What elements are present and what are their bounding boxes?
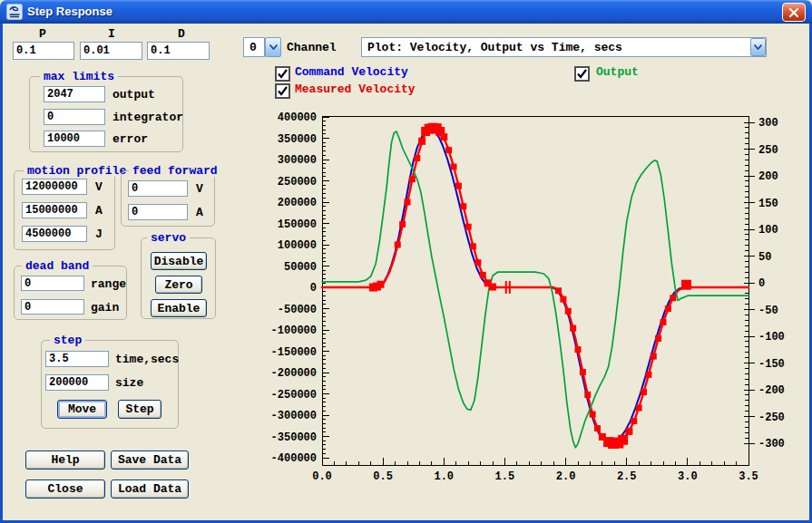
channel-select[interactable]: 0 (243, 37, 265, 57)
axis-tick-label: 200000 (278, 197, 317, 209)
check-icon (277, 68, 289, 80)
output-checkbox[interactable] (574, 66, 590, 82)
output-label: Output (596, 66, 639, 79)
command-velocity-checkbox[interactable] (275, 66, 290, 82)
axis-tick-label: 50000 (284, 261, 317, 274)
axis-tick-label: -150 (758, 358, 785, 371)
measured-marker (590, 412, 596, 418)
measured-marker (660, 319, 667, 325)
max-output-label: output (113, 89, 155, 101)
max-output-input[interactable] (44, 86, 105, 102)
dead-band-range-label: range (91, 278, 126, 290)
axis-tick-label: 400000 (278, 111, 317, 124)
axis-tick-label: 2.5 (617, 470, 637, 483)
measured-marker (460, 203, 466, 209)
ff-accel-label: A (196, 207, 203, 218)
axis-tick-label: -250 (758, 412, 785, 424)
servo-disable-button[interactable]: Disable (151, 252, 207, 270)
channel-label: Channel (287, 42, 337, 53)
max-integrator-label: integrator (113, 111, 183, 123)
axis-tick-label: -50000 (278, 304, 317, 316)
measured-marker (451, 163, 457, 169)
check-icon (277, 85, 289, 97)
p-input[interactable] (13, 42, 74, 60)
axis-tick-label: 2.0 (556, 470, 576, 483)
i-label: I (108, 28, 115, 40)
step-button[interactable]: Step (118, 400, 161, 419)
load-data-button[interactable]: Load Data (111, 479, 189, 499)
chart-plot: -400000-350000-300000-250000-200000-1500… (263, 102, 812, 518)
measured-marker (645, 372, 651, 378)
measured-marker (555, 287, 562, 294)
measured-marker (580, 369, 586, 375)
servo-zero-button[interactable]: Zero (155, 276, 202, 294)
axis-tick-label: 150 (758, 198, 778, 210)
plot-dropdown-arrow-icon[interactable] (750, 38, 766, 56)
measured-marker (409, 176, 416, 182)
axis-tick-label: 0.0 (312, 470, 332, 483)
p-label: P (39, 28, 46, 40)
measured-marker (636, 405, 642, 412)
measured-marker (681, 280, 691, 290)
servo-enable-button[interactable]: Enable (151, 299, 207, 317)
measured-marker (651, 354, 657, 360)
axis-tick-label: 1.0 (434, 470, 454, 483)
profile-velocity-input[interactable] (22, 179, 87, 195)
axis-tick-label: 1.5 (495, 470, 515, 483)
measured-marker (470, 243, 476, 249)
profile-accel-input[interactable] (22, 202, 87, 218)
measured-marker (560, 296, 566, 303)
measured-marker (489, 284, 496, 291)
measured-velocity-checkbox[interactable] (275, 83, 290, 99)
step-time-label: time,secs (115, 354, 179, 365)
measured-marker (440, 133, 447, 140)
axis-tick-label: 100000 (278, 239, 317, 252)
axis-tick-label: 0 (758, 277, 765, 290)
max-integrator-input[interactable] (44, 109, 105, 125)
close-icon[interactable] (782, 3, 806, 22)
step-response-window: Step Response P I D 0 Channel Plot: Velo… (0, 0, 812, 523)
plot-select[interactable]: Plot: Velocity, Output vs Time, secs (361, 37, 767, 57)
axis-tick-label: -100000 (271, 324, 317, 337)
ff-accel-input[interactable] (128, 204, 188, 220)
axis-tick-label: 3.0 (678, 470, 698, 483)
window-title: Step Response (27, 5, 113, 18)
move-button[interactable]: Move (57, 400, 107, 419)
step-size-input[interactable] (45, 374, 109, 391)
axis-tick-label: -50 (758, 305, 778, 317)
dead-band-range-input[interactable] (21, 276, 84, 291)
measured-marker (455, 183, 462, 189)
ff-velocity-input[interactable] (128, 180, 188, 197)
max-error-input[interactable] (44, 131, 105, 147)
axis-tick-label: 300 (758, 117, 778, 130)
dead-band-gain-input[interactable] (21, 299, 84, 315)
measured-marker (584, 392, 591, 398)
measured-marker (655, 335, 661, 342)
step-size-label: size (115, 377, 143, 389)
axis-tick-label: -150000 (271, 346, 317, 359)
measured-marker (377, 281, 384, 288)
measured-tick-marker (505, 281, 507, 294)
step-time-input[interactable] (45, 351, 109, 367)
max-limits-title: max limits (40, 71, 118, 82)
motion-profile-title: motion profile (24, 165, 130, 177)
i-input[interactable] (80, 42, 142, 60)
save-data-button[interactable]: Save Data (111, 450, 189, 470)
ff-velocity-label: V (196, 183, 203, 195)
help-button[interactable]: Help (25, 450, 105, 470)
measured-marker (570, 325, 576, 332)
channel-dropdown-arrow-icon[interactable] (265, 37, 281, 57)
profile-jerk-input[interactable] (22, 226, 87, 242)
measured-marker (565, 308, 572, 315)
measured-marker (418, 138, 426, 145)
d-input[interactable] (147, 42, 210, 60)
dead-band-title: dead band (22, 260, 93, 272)
dead-band-gain-label: gain (91, 302, 119, 314)
measured-marker (465, 224, 472, 230)
axis-tick-label: -200000 (271, 367, 317, 380)
measured-marker (625, 428, 632, 435)
axis-tick-label: 250 (758, 144, 778, 157)
axis-tick-label: 300000 (278, 154, 317, 167)
close-button[interactable]: Close (25, 479, 105, 499)
command-velocity-label: Command Velocity (295, 66, 408, 79)
